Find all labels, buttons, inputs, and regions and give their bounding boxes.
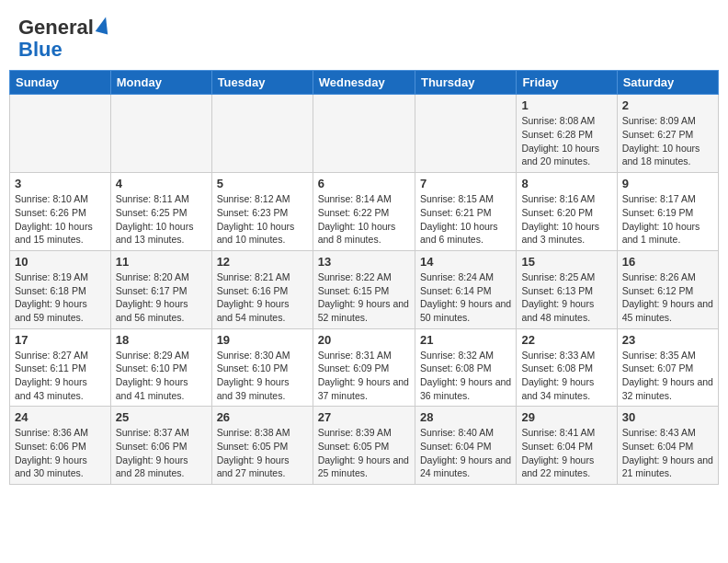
calendar-cell: 17Sunrise: 8:27 AM Sunset: 6:11 PM Dayli… xyxy=(10,328,111,407)
day-info: Sunrise: 8:24 AM Sunset: 6:14 PM Dayligh… xyxy=(420,270,511,325)
day-info: Sunrise: 8:29 AM Sunset: 6:10 PM Dayligh… xyxy=(116,349,207,403)
day-info: Sunrise: 8:39 AM Sunset: 6:05 PM Dayligh… xyxy=(318,426,410,480)
logo-blue: Blue xyxy=(18,39,63,61)
calendar-cell: 21Sunrise: 8:32 AM Sunset: 6:08 PM Dayli… xyxy=(415,328,516,407)
day-number: 1 xyxy=(521,98,611,112)
day-info: Sunrise: 8:21 AM Sunset: 6:16 PM Dayligh… xyxy=(217,270,308,325)
day-number: 2 xyxy=(622,98,713,112)
calendar-cell xyxy=(415,95,516,173)
day-number: 23 xyxy=(622,333,713,347)
weekday-header-thursday: Thursday xyxy=(415,71,516,95)
day-info: Sunrise: 8:31 AM Sunset: 6:09 PM Dayligh… xyxy=(318,349,410,403)
calendar-cell xyxy=(211,95,313,173)
day-info: Sunrise: 8:26 AM Sunset: 6:12 PM Dayligh… xyxy=(622,270,713,325)
day-number: 13 xyxy=(318,255,410,269)
day-info: Sunrise: 8:15 AM Sunset: 6:21 PM Dayligh… xyxy=(420,192,511,247)
day-number: 21 xyxy=(420,333,511,347)
calendar-cell: 7Sunrise: 8:15 AM Sunset: 6:21 PM Daylig… xyxy=(415,173,516,251)
day-number: 5 xyxy=(217,177,308,190)
day-number: 28 xyxy=(420,410,511,424)
day-number: 12 xyxy=(217,255,308,269)
calendar-cell: 10Sunrise: 8:19 AM Sunset: 6:18 PM Dayli… xyxy=(10,250,111,328)
day-info: Sunrise: 8:27 AM Sunset: 6:11 PM Dayligh… xyxy=(15,349,106,403)
logo-general: General xyxy=(18,17,94,39)
calendar-cell: 16Sunrise: 8:26 AM Sunset: 6:12 PM Dayli… xyxy=(617,250,718,328)
day-info: Sunrise: 8:35 AM Sunset: 6:07 PM Dayligh… xyxy=(622,349,713,403)
day-info: Sunrise: 8:20 AM Sunset: 6:17 PM Dayligh… xyxy=(116,270,207,325)
day-number: 17 xyxy=(15,333,106,347)
calendar-cell: 14Sunrise: 8:24 AM Sunset: 6:14 PM Dayli… xyxy=(415,250,516,328)
calendar-cell: 27Sunrise: 8:39 AM Sunset: 6:05 PM Dayli… xyxy=(313,407,415,485)
day-number: 27 xyxy=(318,410,410,424)
day-info: Sunrise: 8:33 AM Sunset: 6:08 PM Dayligh… xyxy=(521,349,611,403)
calendar-week-row: 10Sunrise: 8:19 AM Sunset: 6:18 PM Dayli… xyxy=(10,250,719,328)
calendar-cell xyxy=(110,95,211,173)
calendar-cell: 24Sunrise: 8:36 AM Sunset: 6:06 PM Dayli… xyxy=(10,407,111,485)
calendar-week-row: 3Sunrise: 8:10 AM Sunset: 6:26 PM Daylig… xyxy=(10,173,719,251)
calendar-cell: 28Sunrise: 8:40 AM Sunset: 6:04 PM Dayli… xyxy=(415,407,516,485)
weekday-header-friday: Friday xyxy=(517,71,617,95)
calendar-week-row: 1Sunrise: 8:08 AM Sunset: 6:28 PM Daylig… xyxy=(10,95,719,173)
weekday-header-tuesday: Tuesday xyxy=(211,71,313,95)
day-info: Sunrise: 8:08 AM Sunset: 6:28 PM Dayligh… xyxy=(521,114,611,168)
day-info: Sunrise: 8:43 AM Sunset: 6:04 PM Dayligh… xyxy=(622,426,713,480)
day-info: Sunrise: 8:38 AM Sunset: 6:05 PM Dayligh… xyxy=(217,426,308,480)
weekday-header-sunday: Sunday xyxy=(10,71,111,95)
calendar-cell: 18Sunrise: 8:29 AM Sunset: 6:10 PM Dayli… xyxy=(110,328,211,407)
day-info: Sunrise: 8:11 AM Sunset: 6:25 PM Dayligh… xyxy=(116,192,207,247)
day-info: Sunrise: 8:37 AM Sunset: 6:06 PM Dayligh… xyxy=(116,426,207,480)
day-number: 3 xyxy=(15,177,106,190)
day-info: Sunrise: 8:12 AM Sunset: 6:23 PM Dayligh… xyxy=(217,192,308,247)
day-info: Sunrise: 8:22 AM Sunset: 6:15 PM Dayligh… xyxy=(318,270,410,325)
calendar-header: SundayMondayTuesdayWednesdayThursdayFrid… xyxy=(10,71,719,95)
day-number: 16 xyxy=(622,255,713,269)
page-header: General Blue xyxy=(9,9,719,64)
day-info: Sunrise: 8:40 AM Sunset: 6:04 PM Dayligh… xyxy=(420,426,511,480)
calendar-cell: 29Sunrise: 8:41 AM Sunset: 6:04 PM Dayli… xyxy=(517,407,617,485)
day-number: 4 xyxy=(116,177,207,190)
calendar-cell: 5Sunrise: 8:12 AM Sunset: 6:23 PM Daylig… xyxy=(211,173,313,251)
logo: General Blue xyxy=(18,17,109,61)
day-info: Sunrise: 8:32 AM Sunset: 6:08 PM Dayligh… xyxy=(420,349,511,403)
day-number: 8 xyxy=(521,177,611,190)
day-info: Sunrise: 8:10 AM Sunset: 6:26 PM Dayligh… xyxy=(15,192,106,247)
calendar-cell: 1Sunrise: 8:08 AM Sunset: 6:28 PM Daylig… xyxy=(517,95,617,173)
calendar-cell: 30Sunrise: 8:43 AM Sunset: 6:04 PM Dayli… xyxy=(617,407,718,485)
calendar-cell: 26Sunrise: 8:38 AM Sunset: 6:05 PM Dayli… xyxy=(211,407,313,485)
day-number: 18 xyxy=(116,333,207,347)
calendar-cell: 22Sunrise: 8:33 AM Sunset: 6:08 PM Dayli… xyxy=(517,328,617,407)
weekday-header-row: SundayMondayTuesdayWednesdayThursdayFrid… xyxy=(10,71,719,95)
calendar-week-row: 24Sunrise: 8:36 AM Sunset: 6:06 PM Dayli… xyxy=(10,407,719,485)
calendar-cell: 4Sunrise: 8:11 AM Sunset: 6:25 PM Daylig… xyxy=(110,173,211,251)
calendar-week-row: 17Sunrise: 8:27 AM Sunset: 6:11 PM Dayli… xyxy=(10,328,719,407)
day-number: 26 xyxy=(217,410,308,424)
calendar-cell: 3Sunrise: 8:10 AM Sunset: 6:26 PM Daylig… xyxy=(10,173,111,251)
calendar-cell: 20Sunrise: 8:31 AM Sunset: 6:09 PM Dayli… xyxy=(313,328,415,407)
calendar-cell: 25Sunrise: 8:37 AM Sunset: 6:06 PM Dayli… xyxy=(110,407,211,485)
day-number: 29 xyxy=(521,410,611,424)
day-info: Sunrise: 8:09 AM Sunset: 6:27 PM Dayligh… xyxy=(622,114,713,168)
calendar-cell xyxy=(313,95,415,173)
day-info: Sunrise: 8:41 AM Sunset: 6:04 PM Dayligh… xyxy=(521,426,611,480)
day-info: Sunrise: 8:19 AM Sunset: 6:18 PM Dayligh… xyxy=(15,270,106,325)
calendar-cell: 11Sunrise: 8:20 AM Sunset: 6:17 PM Dayli… xyxy=(110,250,211,328)
day-info: Sunrise: 8:36 AM Sunset: 6:06 PM Dayligh… xyxy=(15,426,106,480)
calendar-cell: 12Sunrise: 8:21 AM Sunset: 6:16 PM Dayli… xyxy=(211,250,313,328)
day-number: 30 xyxy=(622,410,713,424)
weekday-header-wednesday: Wednesday xyxy=(313,71,415,95)
day-number: 14 xyxy=(420,255,511,269)
day-number: 20 xyxy=(318,333,410,347)
calendar-cell: 8Sunrise: 8:16 AM Sunset: 6:20 PM Daylig… xyxy=(517,173,617,251)
day-number: 24 xyxy=(15,410,106,424)
calendar-cell: 15Sunrise: 8:25 AM Sunset: 6:13 PM Dayli… xyxy=(517,250,617,328)
day-number: 7 xyxy=(420,177,511,190)
day-info: Sunrise: 8:16 AM Sunset: 6:20 PM Dayligh… xyxy=(521,192,611,247)
day-info: Sunrise: 8:25 AM Sunset: 6:13 PM Dayligh… xyxy=(521,270,611,325)
day-number: 10 xyxy=(15,255,106,269)
calendar-body: 1Sunrise: 8:08 AM Sunset: 6:28 PM Daylig… xyxy=(10,95,719,485)
calendar-cell xyxy=(10,95,111,173)
calendar-cell: 9Sunrise: 8:17 AM Sunset: 6:19 PM Daylig… xyxy=(617,173,718,251)
day-info: Sunrise: 8:17 AM Sunset: 6:19 PM Dayligh… xyxy=(622,192,713,247)
day-number: 11 xyxy=(116,255,207,269)
day-info: Sunrise: 8:30 AM Sunset: 6:10 PM Dayligh… xyxy=(217,349,308,403)
